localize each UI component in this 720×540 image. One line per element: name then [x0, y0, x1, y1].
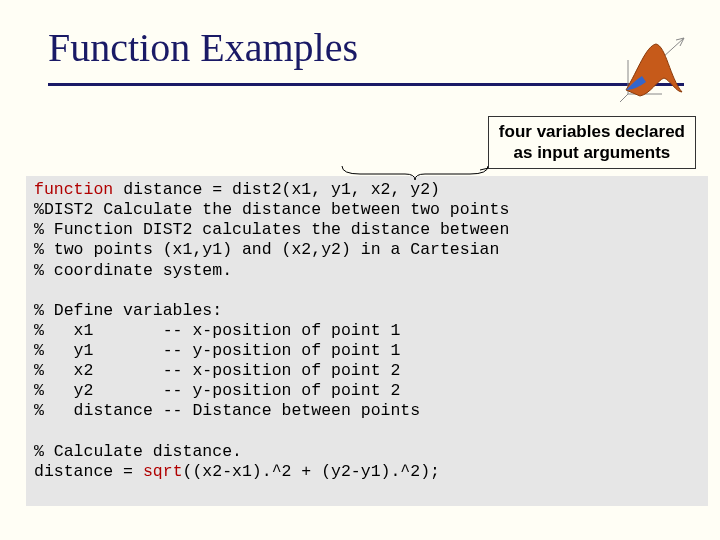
code-keyword-sqrt: sqrt [143, 462, 183, 481]
matlab-logo [620, 36, 692, 102]
code-line-11: % distance -- Distance between points [34, 401, 420, 420]
code-line-13b: ((x2-x1).^2 + (y2-y1).^2); [183, 462, 440, 481]
code-line-9: % x2 -- x-position of point 2 [34, 361, 400, 380]
code-line-13a: distance = [34, 462, 143, 481]
callout-box: four variables declared as input argumen… [488, 116, 696, 169]
code-line-1: distance = dist2(x1, y1, x2, y2) [123, 180, 440, 199]
code-line-5: % coordinate system. [34, 261, 232, 280]
code-line-7: % x1 -- x-position of point 1 [34, 321, 400, 340]
slide-title: Function Examples [48, 24, 684, 71]
title-divider [48, 83, 684, 86]
code-line-2: %DIST2 Calculate the distance between tw… [34, 200, 509, 219]
code-line-12: % Calculate distance. [34, 442, 242, 461]
code-keyword-function: function [34, 180, 113, 199]
code-line-10: % y2 -- y-position of point 2 [34, 381, 400, 400]
callout-line1: four variables declared [499, 121, 685, 142]
code-line-3: % Function DIST2 calculates the distance… [34, 220, 509, 239]
code-line-4: % two points (x1,y1) and (x2,y2) in a Ca… [34, 240, 499, 259]
callout-brace [340, 164, 490, 180]
code-block: function distance = dist2(x1, y1, x2, y2… [26, 176, 708, 506]
code-line-8: % y1 -- y-position of point 1 [34, 341, 400, 360]
svg-line-2 [620, 94, 628, 102]
callout-line2: as input arguments [499, 142, 685, 163]
code-line-6: % Define variables: [34, 301, 222, 320]
